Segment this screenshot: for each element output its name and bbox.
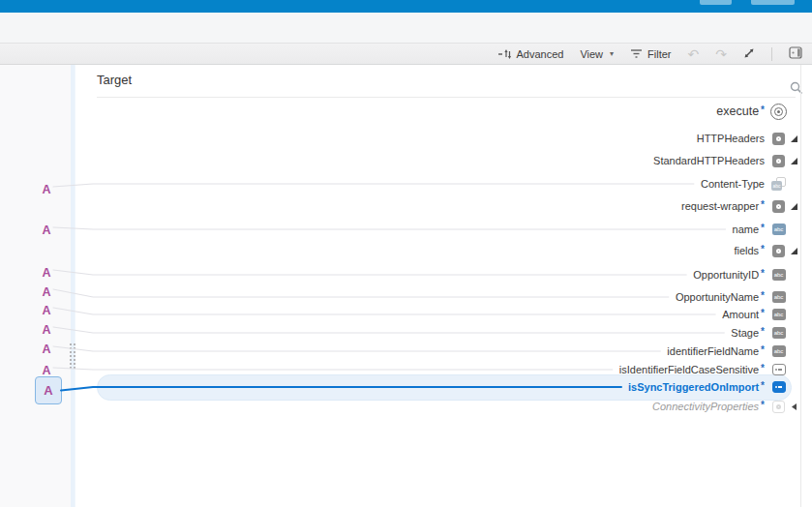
topbar-button-2[interactable] <box>751 0 795 5</box>
object-icon <box>772 133 785 145</box>
required-asterisk: * <box>761 199 765 210</box>
filter-label: Filter <box>647 48 671 60</box>
panel-toggle-icon[interactable] <box>789 46 802 61</box>
advanced-label: Advanced <box>516 48 563 60</box>
string-icon-blue: abc <box>772 224 786 235</box>
required-asterisk: * <box>761 344 765 355</box>
tree-row-request-wrapper[interactable]: request-wrapper* <box>75 195 800 217</box>
required-asterisk: * <box>761 308 765 318</box>
type-icon-slot <box>770 133 787 145</box>
expand-arrow-icon[interactable] <box>787 134 800 143</box>
field-label: isIdentifierFieldCaseSensitive <box>619 364 759 375</box>
field-label: ConnectivityProperties <box>652 401 759 412</box>
source-node-selected[interactable]: A <box>35 376 62 404</box>
target-panel: Target execute*HTTPHeadersStandardHTTPHe… <box>75 65 812 507</box>
mapper-screen: Advanced View ▾ Filter ↶ ↷ AAAAAAAA <box>0 0 812 507</box>
boolean-icon <box>772 364 786 375</box>
toolbar-separator <box>771 47 772 61</box>
tree-row-opportunityid[interactable]: OpportunityID*abc <box>75 264 800 285</box>
topbar-button-1[interactable] <box>700 0 732 5</box>
expand-arrow-icon[interactable] <box>787 202 800 211</box>
source-node[interactable]: A <box>38 343 55 356</box>
object-icon <box>772 155 785 167</box>
source-node[interactable]: A <box>38 266 55 280</box>
field-label: Content-Type <box>701 178 765 190</box>
tree-row-httpheaders[interactable]: HTTPHeaders <box>75 128 800 149</box>
advanced-icon <box>497 48 511 60</box>
object-muted-icon <box>772 401 785 413</box>
resize-arrows-icon[interactable] <box>743 47 755 61</box>
type-icon-slot <box>770 381 787 393</box>
field-label: StandardHTTPHeaders <box>653 155 765 166</box>
type-icon-slot: abc <box>770 345 787 357</box>
field-label: request-wrapper <box>681 200 759 212</box>
string-icon: abc <box>772 291 786 303</box>
field-label: fields <box>734 245 759 256</box>
type-icon-slot <box>770 401 787 413</box>
chevron-down-icon: ▾ <box>610 49 614 58</box>
collapse-left-icon[interactable] <box>787 403 800 411</box>
source-panel-edge: AAAAAAAAA <box>0 65 71 507</box>
string-icon: abc <box>772 345 786 357</box>
string-icon: abc <box>772 309 786 320</box>
advanced-button[interactable]: Advanced <box>497 48 563 60</box>
tree-row-connectivityproperties[interactable]: ConnectivityProperties* <box>75 396 800 417</box>
tree-row-issynctriggeredonimport[interactable]: isSyncTriggeredOnImport* <box>75 376 800 398</box>
view-label: View <box>580 48 603 60</box>
field-label: OpportunityName <box>676 291 759 303</box>
copy-icon: abc <box>771 177 786 191</box>
view-button[interactable]: View ▾ <box>580 48 614 60</box>
field-label: execute <box>716 104 759 118</box>
source-node[interactable]: A <box>38 285 55 299</box>
type-icon-slot: abc <box>770 327 787 339</box>
undo-icon[interactable]: ↶ <box>688 49 700 59</box>
tree-row-execute[interactable]: execute* <box>75 101 800 122</box>
string-icon: abc <box>772 269 786 281</box>
tree-row-standardhttpheaders[interactable]: StandardHTTPHeaders <box>75 150 800 171</box>
required-asterisk: * <box>761 104 765 115</box>
field-label: Amount <box>722 309 759 320</box>
required-asterisk: * <box>761 400 765 410</box>
field-label: OpportunityID <box>693 269 759 281</box>
filter-button[interactable]: Filter <box>630 48 671 60</box>
string-icon: abc <box>772 327 786 339</box>
top-header-bar <box>0 0 812 13</box>
type-icon-slot <box>770 200 787 213</box>
boolean-icon <box>772 381 786 393</box>
redo-icon[interactable]: ↷ <box>715 49 727 59</box>
type-icon-slot: abc <box>770 269 787 281</box>
type-icon-slot: abc <box>770 309 787 320</box>
required-asterisk: * <box>761 380 765 391</box>
type-icon-slot <box>770 364 787 375</box>
required-asterisk: * <box>761 223 765 233</box>
source-node[interactable]: A <box>38 183 55 196</box>
field-label: isSyncTriggeredOnImport <box>628 381 759 393</box>
source-node[interactable]: A <box>38 304 55 317</box>
type-icon-slot <box>770 155 787 167</box>
panel-right-divider <box>800 65 801 507</box>
source-node[interactable]: A <box>38 224 55 237</box>
required-asterisk: * <box>761 326 765 337</box>
required-asterisk: * <box>761 290 765 301</box>
type-icon-slot <box>770 104 787 120</box>
tree-row-fields[interactable]: fields* <box>75 240 800 261</box>
tree-row-content-type[interactable]: Content-Typeabc <box>75 173 800 194</box>
type-icon-slot <box>770 245 787 257</box>
mapper-toolbar: Advanced View ▾ Filter ↶ ↷ <box>0 43 812 65</box>
field-label: Stage <box>731 327 759 339</box>
tree-row-name[interactable]: name*abc <box>75 219 800 240</box>
required-asterisk: * <box>761 268 765 279</box>
filter-icon <box>630 48 643 60</box>
required-asterisk: * <box>761 363 765 373</box>
source-node[interactable]: A <box>38 364 55 377</box>
field-label: identifierFieldName <box>667 345 759 357</box>
object-icon <box>772 200 785 213</box>
expand-arrow-icon[interactable] <box>787 247 800 255</box>
source-node[interactable]: A <box>38 323 55 337</box>
expand-arrow-icon[interactable] <box>787 157 800 165</box>
target-panel-title: Target <box>97 73 132 87</box>
object-icon <box>772 245 785 257</box>
type-icon-slot: abc <box>770 177 787 191</box>
required-asterisk: * <box>761 244 765 254</box>
field-label: name <box>733 224 760 235</box>
